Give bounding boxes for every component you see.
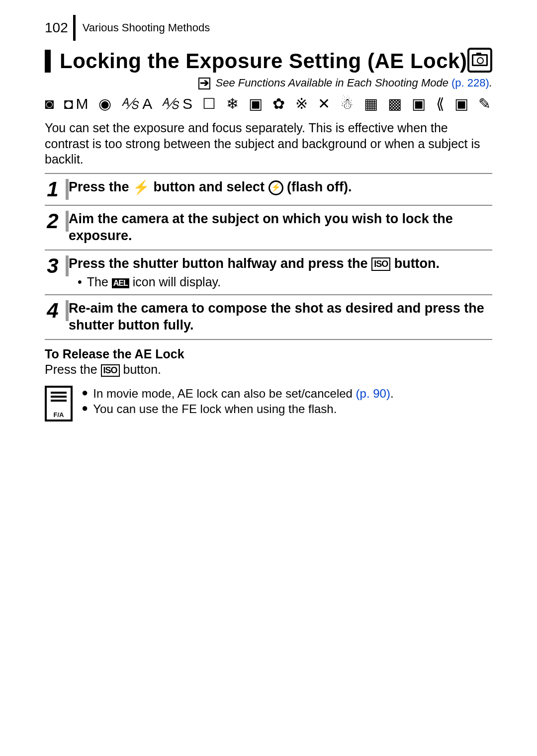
step-row-4: 4 Re-aim the camera to compose the shot … [45,295,492,339]
steps-table: 1 Press the ⚡ button and select ⚡ (flash… [45,173,492,340]
see-functions-note: ➔ See Functions Available in Each Shooti… [45,77,492,89]
notes-box: F/A ● In movie mode, AE lock can also be… [45,386,492,421]
step-number: 1 [45,179,69,200]
page-number: 102 [45,20,73,36]
flash-icon: ⚡ [133,179,150,196]
intro-paragraph: You can set the exposure and focus separ… [45,120,492,167]
step-row-2: 2 Aim the camera at the subject on which… [45,205,492,250]
note-item-1: ● In movie mode, AE lock can also be set… [82,386,394,401]
see-functions-page-ref[interactable]: (p. 228) [451,77,489,89]
step-row-3: 3 Press the shutter button halfway and p… [45,250,492,295]
step-row-1: 1 Press the ⚡ button and select ⚡ (flash… [45,173,492,205]
see-functions-text: See Functions Available in Each Shooting… [216,77,448,89]
step-4-title: Re-aim the camera to compose the shot as… [69,300,492,334]
note-item-2: ● You can use the FE lock when using the… [82,401,394,417]
arrow-icon: ➔ [198,78,210,89]
step-number: 3 [45,255,69,276]
step-number: 2 [45,211,69,232]
step-3-title: Press the shutter button halfway and pre… [69,255,492,272]
ael-icon: AEL [112,278,129,288]
release-body: Press the ISO button. [45,362,492,377]
page-header: 102 Various Shooting Methods [45,15,492,41]
camera-mode-icon [467,48,492,73]
step-2-title: Aim the camera at the subject on which y… [69,211,492,245]
step-1-title: Press the ⚡ button and select ⚡ (flash o… [69,179,352,194]
iso-button-icon: ISO [371,257,390,271]
release-title: To Release the AE Lock [45,347,492,361]
step-number: 4 [45,300,69,321]
iso-button-icon: ISO [101,364,120,377]
step-3-bullet: • The AEL icon will display. [69,275,492,289]
note-1-page-ref[interactable]: (p. 90) [356,387,390,400]
flash-off-icon: ⚡ [268,180,283,195]
note-icon: F/A [45,386,73,421]
shooting-mode-icons-row: ◙ ◘M ◉ ⅍A ⅍S ☐ ❄ ▣ ✿ ※ ✕ ☃ ▦ ▩ ▣ ⟪ ▣ ✎ ✱… [45,94,492,116]
header-divider [73,15,76,41]
page-title: Locking the Exposure Setting (AE Lock) [60,50,492,73]
section-name: Various Shooting Methods [83,21,210,34]
title-block: Locking the Exposure Setting (AE Lock) [45,50,492,73]
note-list: ● In movie mode, AE lock can also be set… [82,386,394,417]
